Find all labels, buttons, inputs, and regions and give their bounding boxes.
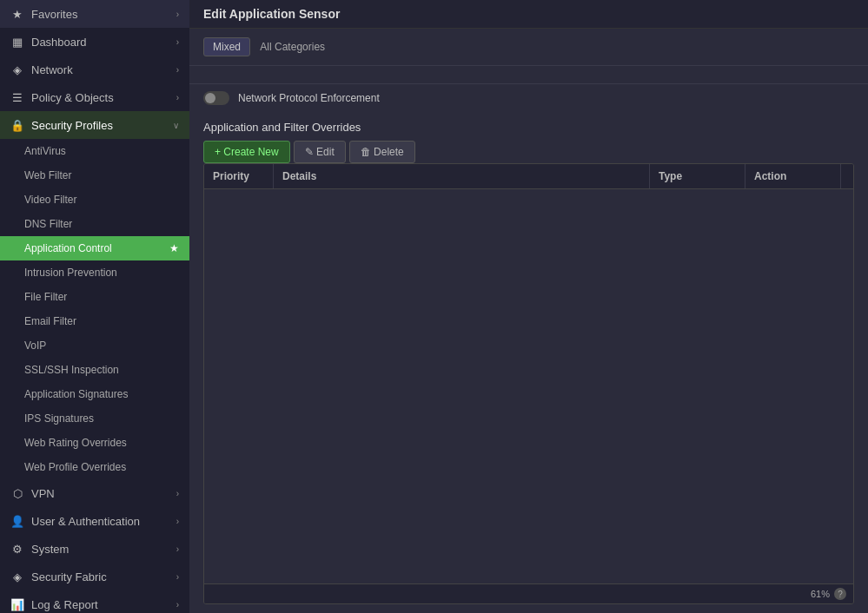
sidebar-item-policy[interactable]: ☰ Policy & Objects › xyxy=(0,83,189,111)
sidebar-item-web-filter[interactable]: Web Filter xyxy=(0,163,189,188)
table-body xyxy=(204,189,853,583)
chevron-icon: › xyxy=(176,544,179,554)
sidebar-label-email-filter: Email Filter xyxy=(24,315,76,327)
user-icon: 👤 xyxy=(10,514,24,528)
chevron-icon: › xyxy=(176,65,179,75)
edit-button[interactable]: ✎ Edit xyxy=(294,141,346,163)
log-icon: 📊 xyxy=(10,597,24,611)
sidebar-item-dns-filter[interactable]: DNS Filter xyxy=(0,212,189,236)
overrides-table: Priority Details Type Action 61% ? xyxy=(203,163,854,604)
sidebar-label-security-profiles: Security Profiles xyxy=(31,119,113,132)
categories-grid xyxy=(189,66,868,83)
network-protocol-toggle[interactable] xyxy=(203,91,229,105)
progress-row: 61% ? xyxy=(204,583,853,603)
delete-label: 🗑 Delete xyxy=(361,146,404,158)
fabric-icon: ◈ xyxy=(10,570,24,583)
chevron-up-icon: ∨ xyxy=(173,121,179,130)
create-new-button[interactable]: + Create New xyxy=(203,141,290,163)
star-icon: ★ xyxy=(169,242,179,254)
sidebar-item-vpn[interactable]: ⬡ VPN › xyxy=(0,479,189,507)
sidebar-label-dns-filter: DNS Filter xyxy=(24,218,72,230)
delete-button[interactable]: 🗑 Delete xyxy=(349,141,415,163)
header-text: Edit Application Sensor xyxy=(203,7,340,21)
mixed-button[interactable]: Mixed xyxy=(203,37,250,56)
vpn-icon: ⬡ xyxy=(10,486,24,500)
progress-percentage: 61% xyxy=(811,589,830,599)
sidebar-item-app-signatures[interactable]: Application Signatures xyxy=(0,382,189,406)
sidebar-label-network: Network xyxy=(31,63,73,76)
chevron-icon: › xyxy=(176,37,179,47)
dashboard-icon: ▦ xyxy=(10,35,24,49)
sidebar-item-voip[interactable]: VoIP xyxy=(0,333,189,358)
sidebar-label-app-signatures: Application Signatures xyxy=(24,388,128,400)
col-type: Type xyxy=(650,164,745,188)
main-content: Edit Application Sensor Mixed All Catego… xyxy=(189,0,868,613)
sidebar-label-ssl-ssh: SSL/SSH Inspection xyxy=(24,364,119,376)
sidebar-label-file-filter: File Filter xyxy=(24,291,67,303)
sidebar-label-voip: VoIP xyxy=(24,339,46,352)
sidebar-label-dashboard: Dashboard xyxy=(31,36,87,49)
sidebar-item-antivirus[interactable]: AntiVirus xyxy=(0,139,189,163)
sidebar-label-web-filter: Web Filter xyxy=(24,169,71,181)
sidebar-label-vpn: VPN xyxy=(31,487,55,500)
sidebar-item-file-filter[interactable]: File Filter xyxy=(0,285,189,309)
security-icon: 🔒 xyxy=(10,118,24,132)
sidebar-item-security-profiles[interactable]: 🔒 Security Profiles ∨ xyxy=(0,111,189,139)
chevron-icon: › xyxy=(176,517,179,526)
col-details: Details xyxy=(274,164,650,188)
sidebar-label-favorites: Favorites xyxy=(31,8,77,21)
sidebar-label-system: System xyxy=(31,543,69,556)
sidebar-item-user-auth[interactable]: 👤 User & Authentication › xyxy=(0,507,189,535)
chevron-icon: › xyxy=(176,10,179,19)
sidebar-label-web-profile: Web Profile Overrides xyxy=(24,461,126,473)
chevron-icon: › xyxy=(176,489,179,498)
network-icon: ◈ xyxy=(10,63,24,76)
chevron-icon: › xyxy=(176,572,179,582)
col-action: Action xyxy=(745,164,841,188)
sidebar-item-log-report[interactable]: 📊 Log & Report › xyxy=(0,590,189,613)
sidebar-item-security-fabric[interactable]: ◈ Security Fabric › xyxy=(0,563,189,590)
all-categories-label: All Categories xyxy=(260,41,325,53)
policy-icon: ☰ xyxy=(10,90,24,104)
table-header: Priority Details Type Action xyxy=(204,164,853,189)
sidebar-label-intrusion-prev: Intrusion Prevention xyxy=(24,267,117,279)
page-title: Edit Application Sensor xyxy=(189,0,868,29)
sidebar-item-application-control[interactable]: Application Control ★ xyxy=(0,236,189,260)
overrides-toolbar: + Create New ✎ Edit 🗑 Delete xyxy=(203,141,854,163)
sidebar-item-network[interactable]: ◈ Network › xyxy=(0,56,189,83)
sidebar-label-log-report: Log & Report xyxy=(31,598,98,611)
chevron-icon: › xyxy=(176,600,179,610)
overrides-section: Application and Filter Overrides + Creat… xyxy=(189,112,868,613)
sidebar-label-web-rating: Web Rating Overrides xyxy=(24,437,127,449)
progress-info-icon[interactable]: ? xyxy=(834,588,846,600)
sidebar: ★ Favorites › ▦ Dashboard › ◈ Network › … xyxy=(0,0,189,613)
chevron-icon: › xyxy=(176,93,179,102)
favorites-icon: ★ xyxy=(10,7,24,21)
sidebar-item-ips-signatures[interactable]: IPS Signatures xyxy=(0,406,189,431)
create-label: + Create New xyxy=(215,146,279,158)
toggle-knob xyxy=(205,93,215,103)
sidebar-item-ssl-ssh[interactable]: SSL/SSH Inspection xyxy=(0,358,189,382)
sidebar-label-app-control: Application Control xyxy=(24,242,112,254)
network-protocol-label: Network Protocol Enforcement xyxy=(238,92,380,104)
sidebar-item-web-rating[interactable]: Web Rating Overrides xyxy=(0,431,189,455)
system-icon: ⚙ xyxy=(10,542,24,556)
network-protocol-row: Network Protocol Enforcement xyxy=(189,83,868,112)
sidebar-item-video-filter[interactable]: Video Filter xyxy=(0,188,189,212)
sidebar-item-dashboard[interactable]: ▦ Dashboard › xyxy=(0,28,189,56)
overrides-title: Application and Filter Overrides xyxy=(203,121,854,134)
col-priority: Priority xyxy=(204,164,274,188)
sidebar-item-system[interactable]: ⚙ System › xyxy=(0,535,189,563)
edit-label: ✎ Edit xyxy=(305,146,335,158)
sidebar-label-antivirus: AntiVirus xyxy=(24,145,66,157)
sidebar-item-email-filter[interactable]: Email Filter xyxy=(0,309,189,333)
sidebar-label-video-filter: Video Filter xyxy=(24,194,76,206)
col-scroll xyxy=(841,164,854,188)
sidebar-label-user-auth: User & Authentication xyxy=(31,515,140,528)
sidebar-label-policy: Policy & Objects xyxy=(31,91,114,104)
sidebar-item-web-profile[interactable]: Web Profile Overrides xyxy=(0,455,189,479)
sidebar-item-favorites[interactable]: ★ Favorites › xyxy=(0,0,189,28)
sidebar-item-intrusion-prevention[interactable]: Intrusion Prevention xyxy=(0,260,189,285)
sensor-controls: Mixed All Categories xyxy=(189,29,868,66)
sidebar-label-security-fabric: Security Fabric xyxy=(31,570,107,583)
